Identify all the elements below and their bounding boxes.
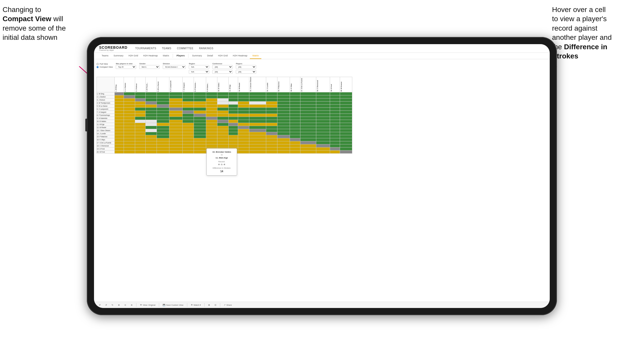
- toolbar-btn-4[interactable]: ⊕: [117, 303, 121, 307]
- cell-7-11[interactable]: [229, 111, 238, 114]
- cell-14-1[interactable]: [115, 132, 124, 135]
- cell-17-16[interactable]: [290, 141, 300, 144]
- cell-13-5[interactable]: [157, 129, 169, 132]
- cell-5-20[interactable]: [340, 105, 352, 108]
- cell-10-10[interactable]: [217, 120, 229, 123]
- cell-16-18[interactable]: [316, 138, 330, 141]
- cell-15-1[interactable]: [115, 135, 124, 138]
- cell-16-19[interactable]: [330, 138, 340, 141]
- filter-division-select[interactable]: NCAA Division I: [163, 65, 186, 69]
- grid-button[interactable]: ⊡: [214, 303, 217, 307]
- cell-18-5[interactable]: [157, 144, 169, 147]
- cell-3-10[interactable]: [217, 98, 229, 102]
- cell-10-1[interactable]: [115, 120, 124, 123]
- nav-teams[interactable]: TEAMS: [162, 46, 171, 51]
- cell-10-20[interactable]: [340, 120, 352, 123]
- cell-10-4[interactable]: [145, 120, 157, 123]
- cell-6-12[interactable]: [238, 108, 249, 111]
- tab-h2h-grid-left[interactable]: H2H Grid: [126, 53, 141, 59]
- cell-2-17[interactable]: [300, 95, 316, 98]
- cell-6-15[interactable]: [277, 108, 290, 111]
- cell-2-10[interactable]: [217, 95, 229, 98]
- cell-20-16[interactable]: [290, 151, 300, 154]
- cell-11-16[interactable]: [290, 123, 300, 126]
- cell-11-1[interactable]: [115, 123, 124, 126]
- tab-detail[interactable]: Detail: [205, 53, 216, 59]
- cell-3-5[interactable]: [157, 98, 169, 102]
- cell-17-4[interactable]: [145, 141, 157, 144]
- cell-2-18[interactable]: [316, 95, 330, 98]
- redo-button[interactable]: ↻: [111, 303, 114, 307]
- cell-13-4[interactable]: [145, 129, 157, 132]
- cell-10-12[interactable]: [238, 120, 249, 123]
- cell-11-9[interactable]: [206, 123, 217, 126]
- cell-18-3[interactable]: [135, 144, 145, 147]
- cell-5-14[interactable]: [266, 105, 277, 108]
- cell-7-19[interactable]: [330, 111, 340, 114]
- cell-15-10[interactable]: [217, 135, 229, 138]
- save-custom-view-button[interactable]: 💾 Save Custom View: [162, 303, 184, 307]
- cell-13-11[interactable]: [229, 129, 238, 132]
- cell-2-15[interactable]: [277, 95, 290, 98]
- cell-14-13[interactable]: [249, 132, 266, 135]
- cell-10-8[interactable]: [194, 120, 206, 123]
- cell-5-10[interactable]: [217, 105, 229, 108]
- cell-14-2[interactable]: [124, 132, 135, 135]
- cell-19-14[interactable]: [266, 147, 277, 151]
- cell-5-5[interactable]: [157, 105, 169, 108]
- cell-1-2[interactable]: [124, 92, 135, 95]
- cell-19-15[interactable]: [277, 147, 290, 151]
- cell-14-11[interactable]: [229, 132, 238, 135]
- cell-15-16[interactable]: [290, 135, 300, 138]
- cell-5-17[interactable]: [300, 105, 316, 108]
- cell-18-15[interactable]: [277, 144, 290, 147]
- cell-7-20[interactable]: [340, 111, 352, 114]
- cell-1-5[interactable]: [157, 92, 169, 95]
- cell-7-1[interactable]: [115, 111, 124, 114]
- view-option-compact[interactable]: Compact View: [97, 66, 113, 68]
- cell-16-12[interactable]: [238, 138, 249, 141]
- toolbar-btn-6[interactable]: ⊚: [130, 303, 134, 307]
- cell-12-9[interactable]: [206, 126, 217, 129]
- cell-5-13[interactable]: [249, 105, 266, 108]
- cell-9-11[interactable]: [229, 117, 238, 120]
- cell-18-11[interactable]: [229, 144, 238, 147]
- cell-11-6[interactable]: [169, 123, 182, 126]
- nav-committee[interactable]: COMMITTEE: [177, 46, 194, 51]
- cell-5-15[interactable]: [277, 105, 290, 108]
- cell-8-6[interactable]: [169, 114, 182, 117]
- cell-12-17[interactable]: [300, 126, 316, 129]
- cell-6-10[interactable]: [217, 108, 229, 111]
- cell-11-13[interactable]: [249, 123, 266, 126]
- cell-16-5[interactable]: [157, 138, 169, 141]
- cell-17-11[interactable]: [229, 141, 238, 144]
- cell-9-5[interactable]: [157, 117, 169, 120]
- cell-4-17[interactable]: [300, 102, 316, 105]
- view-original-button[interactable]: 👁 View: Original: [139, 303, 156, 307]
- cell-7-2[interactable]: [124, 111, 135, 114]
- cell-3-18[interactable]: [316, 98, 330, 102]
- cell-19-13[interactable]: [249, 147, 266, 151]
- cell-2-2[interactable]: [124, 95, 135, 98]
- cell-6-1[interactable]: [115, 108, 124, 111]
- cell-14-15[interactable]: [277, 132, 290, 135]
- cell-3-15[interactable]: [277, 98, 290, 102]
- cell-19-18[interactable]: [316, 147, 330, 151]
- cell-1-10[interactable]: [217, 92, 229, 95]
- cell-15-18[interactable]: [316, 135, 330, 138]
- cell-18-17[interactable]: [300, 144, 316, 147]
- cell-17-17[interactable]: [300, 141, 316, 144]
- cell-8-2[interactable]: [124, 114, 135, 117]
- cell-13-7[interactable]: [182, 129, 194, 132]
- cell-1-17[interactable]: [300, 92, 316, 95]
- cell-3-13[interactable]: [249, 98, 266, 102]
- cell-17-3[interactable]: [135, 141, 145, 144]
- cell-5-18[interactable]: [316, 105, 330, 108]
- cell-10-11[interactable]: [229, 120, 238, 123]
- cell-9-7[interactable]: [182, 117, 194, 120]
- nav-rankings[interactable]: RANKINGS: [199, 46, 213, 51]
- cell-17-14[interactable]: [266, 141, 277, 144]
- cell-17-19[interactable]: [330, 141, 340, 144]
- cell-10-19[interactable]: [330, 120, 340, 123]
- cell-19-8[interactable]: [194, 147, 206, 151]
